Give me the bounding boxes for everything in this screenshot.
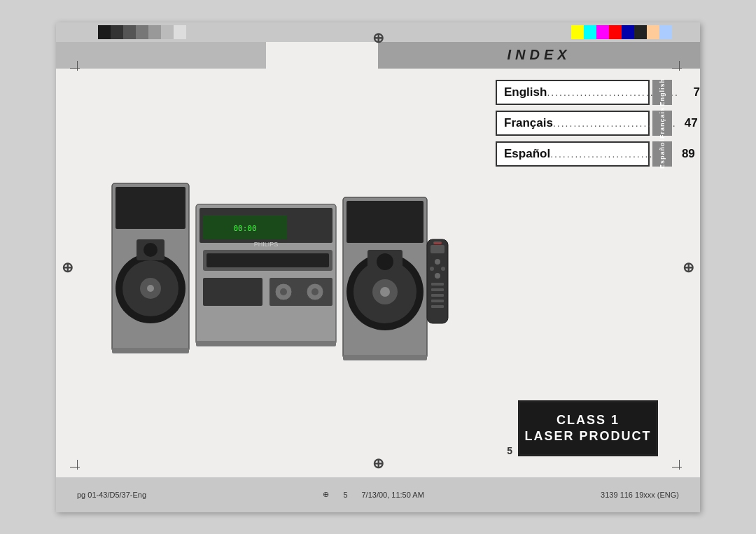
color-block <box>136 25 148 39</box>
color-blocks-right <box>571 25 672 39</box>
footer-date: 7/13/00, 11:50 AM <box>362 491 424 499</box>
svg-point-17 <box>312 288 318 295</box>
svg-rect-43 <box>343 355 427 360</box>
index-title: INDEX <box>507 47 570 63</box>
color-block <box>174 25 186 39</box>
svg-point-33 <box>441 267 445 271</box>
francais-label: Français <box>504 116 553 130</box>
svg-rect-39 <box>431 305 444 308</box>
francais-row: Français .............................. … <box>496 111 672 136</box>
espanol-row: Español .............................. 8… <box>496 141 672 167</box>
svg-text:PHILIPS: PHILIPS <box>254 241 279 248</box>
svg-point-34 <box>435 273 440 279</box>
color-block-light-blue <box>659 25 672 39</box>
english-page-number: 7 <box>679 85 700 99</box>
color-block-cyan <box>584 25 596 39</box>
color-blocks-left <box>98 25 186 39</box>
espanol-tab: Español <box>652 141 672 167</box>
svg-rect-30 <box>430 245 444 253</box>
svg-point-28 <box>377 253 393 270</box>
svg-rect-40 <box>433 241 442 244</box>
color-block <box>161 25 174 39</box>
color-block <box>123 25 136 39</box>
svg-text:00:00: 00:00 <box>233 224 256 233</box>
svg-rect-37 <box>431 294 444 297</box>
index-band: INDEX <box>378 42 700 69</box>
svg-rect-36 <box>431 288 444 291</box>
footer-crosshair: ⊕ <box>323 490 329 499</box>
espanol-page-number: 89 <box>674 147 695 161</box>
stereo-image-area: 00:00 PHILIPS <box>98 162 462 372</box>
color-block <box>98 25 111 39</box>
francais-entry-box: Français .............................. … <box>496 111 650 136</box>
svg-point-32 <box>430 267 434 271</box>
crosshair-bottom: ⊕ <box>372 455 384 472</box>
francais-tab-label: Français <box>659 107 666 139</box>
color-block <box>148 25 161 39</box>
color-block-blue <box>622 25 634 39</box>
color-block-red <box>609 25 622 39</box>
footer: pg 01-43/D5/37-Eng ⊕ 5 7/13/00, 11:50 AM… <box>56 477 700 512</box>
svg-point-7 <box>144 243 158 257</box>
footer-page-number: 5 <box>343 491 347 499</box>
english-entry-box: English ................................… <box>496 80 650 105</box>
svg-rect-1 <box>115 187 186 229</box>
svg-point-5 <box>147 285 154 292</box>
svg-point-15 <box>280 288 287 295</box>
svg-rect-42 <box>196 341 336 346</box>
footer-center-area: ⊕ 5 7/13/00, 11:50 AM <box>146 490 601 499</box>
espanol-tab-label: Español <box>659 139 666 169</box>
laser-class-label: CLASS 1 <box>556 413 620 428</box>
francais-tab: Français <box>652 111 672 136</box>
footer-product-code: 3139 116 19xxx (ENG) <box>601 491 679 499</box>
color-block-skin <box>647 25 659 39</box>
footer-file-info: pg 01-43/D5/37-Eng <box>77 491 146 499</box>
svg-point-26 <box>380 287 390 297</box>
svg-point-31 <box>435 259 440 265</box>
svg-rect-41 <box>112 348 189 353</box>
laser-product-label: LASER PRODUCT <box>524 429 651 444</box>
color-block-black <box>634 25 647 39</box>
svg-rect-12 <box>203 278 262 306</box>
english-label: English <box>504 85 547 99</box>
registration-mark-top-left <box>70 61 84 75</box>
francais-page-number: 47 <box>677 116 698 130</box>
svg-rect-38 <box>431 300 444 302</box>
page-number: 5 <box>507 445 512 456</box>
document-page: INDEX English ..........................… <box>56 22 700 512</box>
svg-rect-22 <box>346 201 424 243</box>
english-tab: English <box>652 80 672 105</box>
crosshair-left: ⊕ <box>62 259 74 276</box>
language-index: English ................................… <box>496 80 672 167</box>
stereo-illustration: 00:00 PHILIPS <box>105 169 455 365</box>
color-block-yellow <box>571 25 584 39</box>
laser-product-box: CLASS 1 LASER PRODUCT <box>518 400 658 456</box>
registration-mark-bottom-right <box>672 460 686 474</box>
registration-mark-top-right <box>672 61 686 75</box>
left-accent-band <box>56 42 266 69</box>
english-tab-label: English <box>659 78 666 106</box>
crosshair-top: ⊕ <box>372 29 384 46</box>
registration-mark-bottom-left <box>70 460 84 474</box>
english-row: English ................................… <box>496 80 672 105</box>
color-block <box>111 25 123 39</box>
svg-rect-11 <box>206 253 329 267</box>
color-block-magenta <box>596 25 609 39</box>
espanol-entry-box: Español .............................. 8… <box>496 141 650 167</box>
svg-rect-35 <box>431 283 444 286</box>
crosshair-right: ⊕ <box>682 259 694 276</box>
espanol-label: Español <box>504 147 550 161</box>
